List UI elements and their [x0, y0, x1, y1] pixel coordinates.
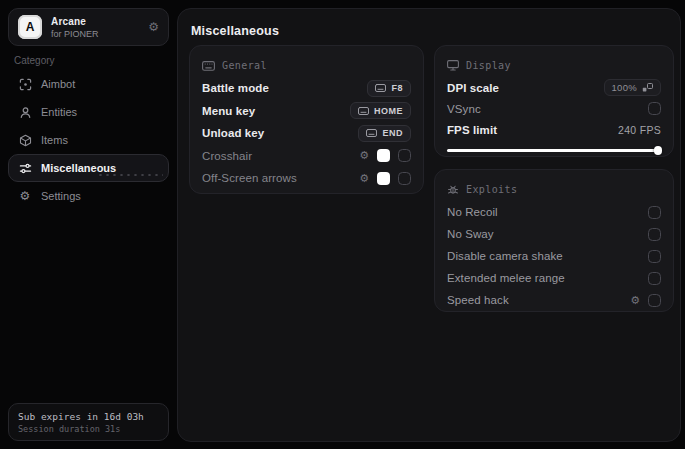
page-title: Miscellaneous	[191, 24, 279, 38]
setting-row-no-recoil: No Recoil	[447, 201, 661, 223]
monitor-icon	[447, 60, 459, 71]
key-icon	[366, 129, 377, 137]
display-card: Display DPI scale 100% VSync FPS limit	[434, 45, 674, 157]
setting-label: FPS limit	[447, 124, 497, 136]
sidebar-item-settings[interactable]: ⚙ Settings	[8, 182, 169, 210]
setting-label: Disable camera shake	[447, 250, 563, 262]
scale-icon	[642, 83, 653, 92]
setting-row-offscreen-arrows: Off-Screen arrows ⚙	[202, 167, 411, 190]
vsync-checkbox[interactable]	[648, 102, 661, 115]
entities-icon	[18, 105, 32, 119]
setting-label: Unload key	[202, 127, 264, 139]
setting-label: No Sway	[447, 228, 494, 240]
session-duration-text: Session duration 31s	[18, 424, 159, 434]
brand-logo: A	[18, 15, 42, 39]
dpi-scale-select[interactable]: 100%	[604, 79, 662, 96]
fps-limit-value: 240 FPS	[618, 124, 661, 136]
unload-key-keybind-button[interactable]: END	[358, 125, 411, 142]
setting-row-battle-mode: Battle mode F8	[202, 77, 411, 100]
sidebar-item-label: Aimbot	[41, 78, 75, 90]
offscreen-arrows-color-swatch[interactable]	[377, 172, 390, 185]
slider-knob[interactable]	[654, 146, 663, 155]
gear-icon[interactable]: ⚙	[148, 21, 159, 33]
sidebar-item-label: Settings	[41, 190, 81, 202]
display-card-header: Display	[447, 54, 661, 77]
setting-label: Crosshair	[202, 150, 252, 162]
cube-icon	[18, 133, 32, 147]
fps-limit-slider[interactable]	[447, 145, 661, 155]
menu-key-keybind-button[interactable]: HOME	[350, 102, 411, 119]
slider-fill	[447, 149, 661, 153]
disable-camera-shake-checkbox[interactable]	[648, 250, 661, 263]
sidebar-nav: Aimbot Entities Items	[8, 70, 169, 210]
offscreen-arrows-checkbox[interactable]	[398, 172, 411, 185]
setting-row-no-sway: No Sway	[447, 223, 661, 245]
setting-label: VSync	[447, 103, 481, 115]
setting-row-extended-melee-range: Extended melee range	[447, 267, 661, 289]
general-card-header: General	[202, 54, 411, 77]
no-sway-checkbox[interactable]	[648, 228, 661, 241]
gear-icon: ⚙	[18, 189, 32, 203]
bug-icon	[447, 184, 459, 196]
setting-row-crosshair: Crosshair ⚙	[202, 145, 411, 168]
card-header-label: Exploits	[466, 184, 517, 195]
sliders-icon	[18, 161, 32, 175]
setting-label: Speed hack	[447, 294, 509, 306]
setting-row-unload-key: Unload key END	[202, 122, 411, 145]
exploits-card: Exploits No Recoil No Sway Disable camer…	[434, 169, 674, 312]
offscreen-arrows-controls: ⚙	[359, 172, 411, 185]
subscription-card: Sub expires in 16d 03h Session duration …	[8, 403, 169, 441]
crosshair-color-swatch[interactable]	[377, 149, 390, 162]
setting-label: Menu key	[202, 105, 255, 117]
key-icon	[358, 107, 369, 115]
sidebar-item-items[interactable]: Items	[8, 126, 169, 154]
setting-row-dpi-scale: DPI scale 100%	[447, 77, 661, 98]
sidebar-item-label: Entities	[41, 106, 77, 118]
sidebar-item-miscellaneous[interactable]: Miscellaneous	[8, 154, 169, 182]
setting-label: Battle mode	[202, 82, 269, 94]
sidebar-item-entities[interactable]: Entities	[8, 98, 169, 126]
sidebar: A Arcane for PIONER ⚙ Category Aimbot	[0, 0, 177, 449]
exploits-card-header: Exploits	[447, 178, 661, 201]
setting-label: DPI scale	[447, 82, 499, 94]
no-recoil-checkbox[interactable]	[648, 206, 661, 219]
keyboard-icon	[202, 61, 215, 71]
battle-mode-keybind-button[interactable]: F8	[367, 80, 411, 97]
crosshair-controls: ⚙	[359, 149, 411, 162]
speed-hack-controls: ⚙	[630, 294, 661, 307]
crosshair-icon	[18, 77, 32, 91]
card-header-label: Display	[466, 60, 511, 71]
gear-icon[interactable]: ⚙	[630, 295, 640, 306]
setting-row-disable-camera-shake: Disable camera shake	[447, 245, 661, 267]
gear-icon[interactable]: ⚙	[359, 173, 369, 184]
setting-row-fps-limit: FPS limit 240 FPS	[447, 119, 661, 140]
keybind-value: END	[382, 128, 403, 138]
brand-name: Arcane	[51, 16, 99, 27]
keybind-value: F8	[391, 83, 403, 93]
dpi-scale-value: 100%	[612, 82, 638, 93]
general-card: General Battle mode F8 Menu key HOME	[189, 45, 424, 194]
brand-logo-letter: A	[26, 20, 35, 34]
active-item-dots-decoration	[97, 172, 163, 179]
main-panel: Miscellaneous General Battle mode	[177, 8, 681, 442]
speed-hack-checkbox[interactable]	[648, 294, 661, 307]
setting-label: No Recoil	[447, 206, 498, 218]
setting-row-menu-key: Menu key HOME	[202, 100, 411, 123]
setting-label: Extended melee range	[447, 272, 565, 284]
sub-expiry-text: Sub expires in 16d 03h	[18, 411, 159, 422]
card-header-label: General	[222, 60, 267, 71]
app-window: A Arcane for PIONER ⚙ Category Aimbot	[0, 0, 685, 449]
keybind-value: HOME	[374, 106, 403, 116]
brand-card: A Arcane for PIONER ⚙	[8, 8, 169, 46]
extended-melee-range-checkbox[interactable]	[648, 272, 661, 285]
setting-row-vsync: VSync	[447, 98, 661, 119]
crosshair-checkbox[interactable]	[398, 149, 411, 162]
sidebar-item-label: Items	[41, 134, 68, 146]
brand-text: Arcane for PIONER	[51, 16, 99, 39]
sidebar-item-aimbot[interactable]: Aimbot	[8, 70, 169, 98]
setting-row-speed-hack: Speed hack ⚙	[447, 289, 661, 311]
category-label: Category	[14, 55, 55, 66]
key-icon	[375, 84, 386, 92]
brand-subtitle: for PIONER	[51, 29, 99, 39]
gear-icon[interactable]: ⚙	[359, 150, 369, 161]
